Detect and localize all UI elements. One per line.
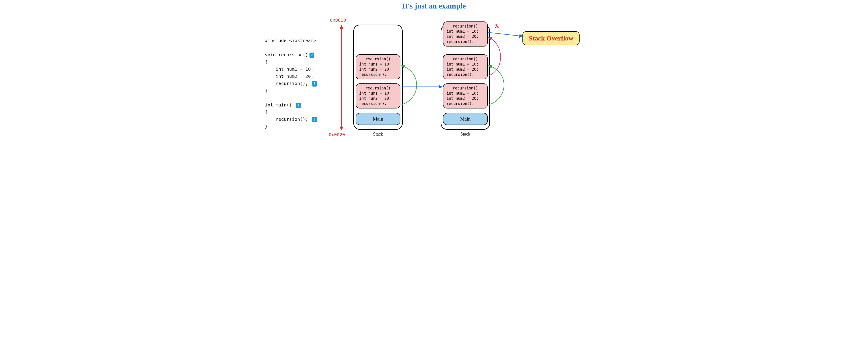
stack-overflow-label: Stack Overflow [523, 31, 580, 45]
code-line: } [265, 123, 317, 130]
stack2-recurse-arrow-1 [489, 66, 504, 105]
stack2-main: Main [443, 113, 488, 125]
overflow-arrow [488, 32, 523, 36]
address-bottom: 0x0020 [329, 132, 345, 137]
code-line: { [265, 108, 317, 116]
code-line: int num1 = 10; [265, 66, 317, 73]
code-line: recursion(); 3 [265, 80, 317, 87]
code-line: int num2 = 20; [265, 73, 317, 80]
x-mark: X [494, 22, 499, 30]
stack1-main: Main [355, 113, 400, 125]
badge-3: 3 [312, 81, 317, 86]
code-line: void recursion()2 [265, 51, 317, 58]
stack-2-label: Stack [441, 132, 490, 137]
diagram-canvas: It's just an example #include <iostream>… [260, 0, 608, 145]
stack1-frame-2: recursion() int num1 = 10; int num2 = 20… [355, 54, 400, 79]
stack1-recurse-arrow [402, 66, 417, 105]
badge-2: 2 [309, 53, 314, 58]
code-block: #include <iostream> void recursion()2 { … [265, 37, 317, 130]
diagram-title: It's just an example [260, 2, 608, 10]
badge-1: 1 [296, 103, 301, 108]
stack-1-label: Stack [353, 132, 403, 137]
badge-2b: 2 [312, 117, 317, 122]
code-line: { [265, 58, 317, 66]
stack2-frame-3-overflow: recursion() int num1 = 10; int num2 = 20… [443, 22, 488, 46]
stack1-frame-1: recursion() int num1 = 10; int num2 = 20… [355, 83, 400, 108]
code-line: recursion(); 2 [265, 116, 317, 123]
code-line: } [265, 87, 317, 94]
code-line: int main() 1 [265, 101, 317, 108]
address-top: 0x0010 [330, 18, 346, 23]
stack2-frame-2: recursion() int num1 = 10; int num2 = 20… [443, 54, 488, 79]
stack2-recurse-arrow-2 [489, 38, 501, 76]
stack2-frame-1: recursion() int num1 = 10; int num2 = 20… [443, 83, 488, 108]
code-line: #include <iostream> [265, 37, 317, 44]
